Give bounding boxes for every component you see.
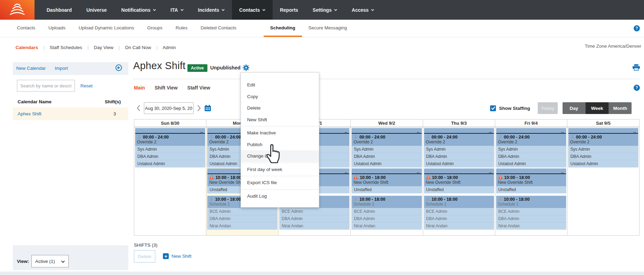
reset-link[interactable]: Reset — [80, 83, 92, 88]
menu-item-delete[interactable]: Delete — [241, 102, 319, 114]
sub-nav-item-secure-messaging[interactable]: Secure Messaging — [302, 20, 354, 37]
menu-item-new-shift[interactable]: New Shift — [241, 114, 319, 126]
day-cell-sat-9-5[interactable]: ↔00:00 - 24:00Override 2Sys AdminDBA Adm… — [567, 127, 639, 235]
shift-card-override-2[interactable]: ↔00:00 - 24:00Override 2Sys AdminDBA Adm… — [135, 128, 205, 167]
crumb-tab-on-call-now[interactable]: On Call Now — [125, 45, 151, 50]
chevron-right-icon[interactable] — [197, 105, 201, 112]
menu-item-export-ics-file[interactable]: Export ICS file — [241, 177, 319, 189]
resize-handle[interactable]: ↔ — [424, 128, 494, 134]
sub-nav-item-rules[interactable]: Rules — [169, 20, 194, 37]
shift-card-new-override-shift[interactable]: ↔10:00 - 18:00New Override ShiftUnstaffe… — [352, 169, 421, 193]
day-cell-fri-9-4[interactable]: ↔00:00 - 24:00Override 2Sys AdminDBA Adm… — [495, 127, 567, 235]
resize-handle[interactable]: ↔ — [424, 169, 494, 174]
crumb-tab-admin[interactable]: Admin — [163, 45, 176, 50]
shift-card-header: 00:00 - 24:00Override 2 — [568, 134, 638, 146]
tab-main[interactable]: Main — [134, 85, 145, 91]
segment-day[interactable]: Day — [563, 102, 585, 114]
shift-card-schedule-1[interactable]: 10:00 - 18:00Schedule 1BCE AdminDBA Admi… — [424, 196, 494, 229]
shift-card-schedule-1[interactable]: 10:00 - 18:00Schedule 1BCE AdminDBA Admi… — [352, 196, 421, 229]
resize-handle[interactable]: ↔ — [496, 128, 566, 134]
help-icon[interactable]: ? — [634, 25, 640, 31]
sub-nav-item-upload-dynamic-locations[interactable]: Upload Dynamic Locations — [72, 20, 141, 37]
crumb-tab-calendars[interactable]: Calendars — [16, 45, 38, 50]
top-nav-item-access[interactable]: Access — [344, 0, 381, 20]
new-shift-button[interactable]: + New Shift — [163, 253, 192, 259]
day-cell-sun-8-30[interactable]: ↔00:00 - 24:00Override 2Sys AdminDBA Adm… — [134, 127, 206, 235]
today-button[interactable]: Today — [538, 102, 558, 114]
shift-card-schedule-1[interactable]: 10:00 - 18:00Schedule 1BCE AdminDBA Admi… — [496, 196, 566, 229]
app-logo[interactable] — [0, 0, 35, 20]
show-staffing-label[interactable]: Show Staffing — [499, 106, 530, 111]
view-filter-select[interactable]: Active (1) — [31, 255, 69, 267]
print-icon[interactable] — [633, 64, 640, 72]
menu-item-audit-log[interactable]: Audit Log — [241, 190, 319, 202]
resize-handle[interactable]: ↔ — [135, 128, 205, 134]
tab-shift-view[interactable]: Shift View — [155, 85, 178, 91]
staff-name: Nirai Andan — [496, 222, 566, 229]
resize-handle[interactable]: ↔ — [496, 169, 566, 174]
gear-icon[interactable] — [243, 64, 250, 73]
chevron-down-icon — [262, 9, 265, 11]
shift-card-override-2[interactable]: ↔00:00 - 24:00Override 2Sys AdminDBA Adm… — [496, 128, 566, 167]
crumb-tab-day-view[interactable]: Day View — [94, 45, 114, 50]
person-icon — [209, 134, 214, 140]
staff-name: Sys Admin — [135, 146, 205, 153]
menu-item-change-owner[interactable]: Change Owner — [241, 150, 319, 162]
top-nav-item-settings[interactable]: Settings — [305, 0, 344, 20]
search-input[interactable] — [17, 80, 75, 92]
warning-icon — [209, 174, 214, 181]
shift-card-header: 00:00 - 24:00Override 2 — [496, 134, 566, 146]
top-nav-item-ita[interactable]: ITA — [163, 0, 191, 20]
menu-item-make-inactive[interactable]: Make Inactive — [241, 127, 319, 139]
new-calendar-link[interactable]: New Calendar — [16, 66, 46, 71]
crumb-tab-staff-schedules[interactable]: Staff Schedules — [50, 45, 82, 50]
day-cell-wed-9-2[interactable]: ↔00:00 - 24:00Override 2Sys AdminDBA Adm… — [351, 127, 422, 235]
top-nav-item-dashboard[interactable]: Dashboard — [39, 0, 79, 20]
shift-card-new-override-shift[interactable]: ↔10:00 - 18:00New Override ShiftUnstaffe… — [424, 169, 494, 193]
help-icon-secondary[interactable]: ? — [634, 85, 640, 91]
top-nav-item-reports[interactable]: Reports — [273, 0, 305, 20]
shift-card-override-2[interactable]: ↔00:00 - 24:00Override 2Sys AdminDBA Adm… — [424, 128, 494, 167]
shift-name-label: New Override Shift — [426, 180, 492, 185]
day-cell-thu-9-3[interactable]: ↔00:00 - 24:00Override 2Sys AdminDBA Adm… — [423, 127, 495, 235]
menu-item-copy[interactable]: Copy — [241, 91, 319, 103]
chevron-left-icon[interactable] — [137, 105, 140, 112]
sub-nav-item-groups[interactable]: Groups — [140, 20, 169, 37]
menu-item-edit[interactable]: Edit — [241, 79, 319, 91]
show-staffing-checkbox[interactable] — [490, 105, 496, 111]
segment-month[interactable]: Month — [608, 102, 632, 114]
shift-card-header: 10:00 - 18:00Schedule 1 — [352, 196, 421, 208]
top-nav-item-notifications[interactable]: Notifications — [114, 0, 163, 20]
top-nav-item-universe[interactable]: Universe — [79, 0, 114, 20]
sub-nav-item-uploads[interactable]: Uploads — [42, 20, 72, 37]
import-link[interactable]: Import — [55, 66, 68, 71]
shift-time-label: 00:00 - 24:00 — [359, 135, 385, 140]
shift-card-override-2[interactable]: ↔00:00 - 24:00Override 2Sys AdminDBA Adm… — [568, 128, 638, 167]
shift-name-label: Override 2 — [570, 140, 636, 145]
collapse-sidebar-icon[interactable] — [115, 64, 122, 71]
calendar-name-link[interactable]: Aphex Shift — [18, 111, 41, 116]
top-nav-item-label: Reports — [280, 7, 298, 13]
sub-nav-item-contacts[interactable]: Contacts — [10, 20, 42, 37]
delete-button[interactable]: Delete — [134, 250, 155, 263]
shift-time-label: 10:00 - 18:00 — [432, 197, 458, 202]
resize-handle[interactable]: ↔ — [352, 169, 421, 174]
shift-lane: ↔00:00 - 24:00Override 2Sys AdminDBA Adm… — [351, 128, 422, 168]
top-nav-item-incidents[interactable]: Incidents — [191, 0, 232, 20]
calendar-list-row[interactable]: Aphex Shift 3 — [13, 107, 128, 120]
top-nav-item-contacts[interactable]: Contacts — [232, 0, 273, 20]
date-range-input[interactable] — [144, 102, 194, 114]
sub-nav-item-deleted-contacts[interactable]: Deleted Contacts — [194, 20, 243, 37]
calendar-picker-icon[interactable] — [204, 105, 211, 112]
shift-card-new-override-shift[interactable]: ↔10:00 - 18:00New Override ShiftUnstaffe… — [496, 169, 566, 193]
menu-item-first-day-of-week[interactable]: First day of week — [241, 164, 319, 176]
shift-card-override-2[interactable]: ↔00:00 - 24:00Override 2Sys AdminDBA Adm… — [352, 128, 421, 167]
resize-handle[interactable]: ↔ — [568, 128, 638, 134]
tab-staff-view[interactable]: Staff View — [187, 85, 211, 91]
menu-item-publish[interactable]: Publish — [241, 139, 319, 151]
top-nav-item-label: Notifications — [121, 7, 150, 13]
shift-time-label: 00:00 - 24:00 — [576, 135, 602, 140]
segment-week[interactable]: Week — [585, 102, 608, 114]
resize-handle[interactable]: ↔ — [352, 128, 421, 134]
sub-nav-item-scheduling[interactable]: Scheduling — [264, 20, 302, 37]
